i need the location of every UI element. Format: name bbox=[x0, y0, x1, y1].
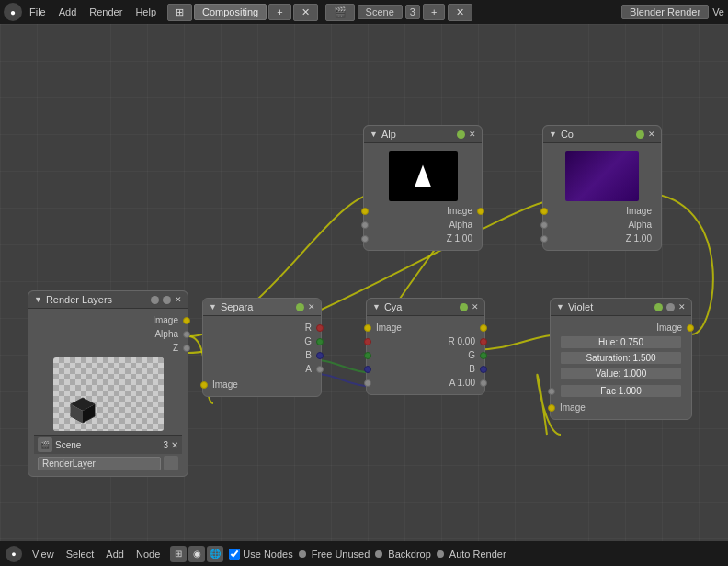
violet-fac-socket[interactable] bbox=[548, 388, 555, 395]
sep-header: ▼ Separa ✕ bbox=[203, 299, 321, 316]
sep-b-socket[interactable] bbox=[316, 352, 324, 359]
cyan-close[interactable]: ✕ bbox=[472, 302, 479, 311]
scene-name[interactable]: Scene bbox=[358, 5, 403, 19]
rl-layer-icon[interactable] bbox=[164, 456, 178, 470]
sep-a-socket[interactable] bbox=[316, 366, 324, 373]
cyan-g-socket[interactable] bbox=[480, 352, 487, 359]
violet-hue-field[interactable]: Hue: 0.750 bbox=[560, 335, 682, 349]
view-icon-2[interactable]: ◉ bbox=[188, 546, 205, 562]
violet-fac-field[interactable]: Fac 1.000 bbox=[560, 384, 682, 398]
cyan-r-row: R 0.00 bbox=[372, 335, 479, 347]
alp-img-socket-in[interactable] bbox=[361, 208, 369, 215]
app-icon[interactable]: ● bbox=[4, 3, 22, 21]
view-icon-1[interactable]: ⊞ bbox=[170, 546, 187, 562]
alp-preview bbox=[389, 151, 458, 201]
violet-close[interactable]: ✕ bbox=[678, 302, 686, 311]
view-icon-3[interactable]: 🌐 bbox=[207, 546, 223, 562]
auto-render-text[interactable]: Auto Render bbox=[449, 549, 506, 560]
rl-z-socket[interactable] bbox=[183, 345, 190, 352]
sep-a-label: A bbox=[301, 363, 315, 375]
sep-close[interactable]: ✕ bbox=[308, 302, 315, 311]
co-close[interactable]: ✕ bbox=[648, 130, 655, 139]
workspace-name[interactable]: Compositing bbox=[194, 4, 267, 20]
alp-img-row: Image bbox=[370, 205, 476, 217]
sep-img-label: Image bbox=[209, 379, 242, 391]
cyan-a-socket[interactable] bbox=[480, 379, 487, 387]
co-alpha-row: Alpha bbox=[549, 219, 655, 231]
sep-r-socket[interactable] bbox=[316, 324, 324, 332]
rl-layer-select[interactable]: RenderLayer bbox=[38, 457, 161, 470]
rl-scene-num: 3 bbox=[163, 440, 168, 450]
bottom-menu-select[interactable]: Select bbox=[62, 547, 99, 561]
menu-help[interactable]: Help bbox=[130, 5, 162, 19]
alp-arrow: ▼ bbox=[370, 130, 378, 139]
bottom-app-icon[interactable]: ● bbox=[6, 546, 22, 562]
cyan-a-socket-in[interactable] bbox=[364, 379, 371, 387]
alp-alpha-socket-in[interactable] bbox=[361, 221, 369, 229]
rl-close[interactable]: ✕ bbox=[175, 295, 182, 304]
alp-z-socket-in[interactable] bbox=[361, 235, 369, 243]
violet-img-in-socket[interactable] bbox=[548, 404, 555, 412]
cyan-r-socket-in[interactable] bbox=[364, 338, 371, 345]
backdrop-text[interactable]: Backdrop bbox=[388, 549, 430, 560]
bottom-menu-add[interactable]: Add bbox=[101, 547, 129, 561]
rl-alpha-socket[interactable] bbox=[183, 331, 190, 338]
violet-dot2 bbox=[666, 303, 675, 311]
co-z-socket[interactable] bbox=[540, 235, 548, 243]
sep-img-row: Image bbox=[209, 379, 315, 391]
cyan-b-socket[interactable] bbox=[480, 366, 487, 373]
cyan-b-label: B bbox=[465, 363, 479, 375]
bottom-bar: ● View Select Add Node ⊞ ◉ 🌐 Use Nodes F… bbox=[0, 541, 728, 566]
cyan-img-out[interactable] bbox=[480, 324, 487, 332]
scene-close[interactable]: ✕ bbox=[448, 4, 472, 21]
rl-scene-x[interactable]: ✕ bbox=[171, 440, 178, 450]
bottom-menu-node[interactable]: Node bbox=[131, 547, 165, 561]
workspace-add[interactable]: + bbox=[268, 4, 290, 20]
use-nodes-label[interactable]: Use Nodes bbox=[229, 549, 292, 560]
alp-body: Image Alpha Z 1.00 bbox=[364, 143, 482, 250]
menu-add[interactable]: Add bbox=[53, 5, 83, 19]
workspace-icon[interactable]: ⊞ bbox=[167, 4, 192, 21]
cyan-img-socket[interactable] bbox=[364, 324, 371, 332]
cyan-g-socket-in[interactable] bbox=[364, 352, 371, 359]
alp-shape bbox=[409, 163, 437, 190]
workspace-close[interactable]: ✕ bbox=[293, 4, 318, 21]
violet-img-out-socket[interactable] bbox=[687, 324, 694, 332]
alp-close[interactable]: ✕ bbox=[469, 130, 476, 139]
cyan-header: ▼ Cya ✕ bbox=[367, 299, 484, 316]
sep-g-row: G bbox=[209, 335, 315, 347]
scene-num[interactable]: 3 bbox=[405, 5, 420, 19]
sep-img-socket[interactable] bbox=[200, 381, 208, 389]
co-alpha-socket[interactable] bbox=[540, 221, 548, 229]
sep-g-socket[interactable] bbox=[316, 338, 324, 345]
co-alpha-label: Alpha bbox=[624, 219, 655, 231]
cyan-title: Cya bbox=[384, 301, 456, 312]
co-img-socket[interactable] bbox=[540, 208, 548, 215]
menu-file[interactable]: File bbox=[24, 5, 51, 19]
cyan-a-row: A 1.00 bbox=[372, 377, 479, 389]
violet-val-field[interactable]: Value: 1.000 bbox=[560, 367, 682, 380]
co-preview bbox=[565, 151, 639, 201]
sep-a-row: A bbox=[209, 363, 315, 375]
rl-z-row: Z bbox=[34, 342, 182, 354]
co-title: Co bbox=[561, 129, 632, 140]
alp-header: ▼ Alp ✕ bbox=[364, 126, 482, 143]
cyan-img-label: Image bbox=[372, 322, 405, 334]
cyan-r-socket[interactable] bbox=[480, 338, 487, 345]
scene-add[interactable]: + bbox=[423, 4, 445, 20]
cyan-b-socket-in[interactable] bbox=[364, 366, 371, 373]
menu-render[interactable]: Render bbox=[84, 5, 128, 19]
rl-cube bbox=[67, 394, 95, 422]
violet-arrow: ▼ bbox=[556, 302, 564, 311]
rl-image-socket[interactable] bbox=[183, 317, 190, 324]
bottom-menu-view[interactable]: View bbox=[28, 547, 59, 561]
co-arrow: ▼ bbox=[549, 130, 557, 139]
render-engine[interactable]: Blender Render bbox=[621, 5, 709, 19]
free-unused-text[interactable]: Free Unused bbox=[312, 549, 370, 560]
alp-img-socket-out[interactable] bbox=[477, 208, 484, 215]
cyan-b-row: B bbox=[372, 363, 479, 375]
violet-sat-field[interactable]: Saturation: 1.500 bbox=[560, 351, 682, 365]
co-header: ▼ Co ✕ bbox=[543, 126, 661, 143]
rl-scene-name: Scene bbox=[55, 440, 160, 450]
use-nodes-checkbox[interactable] bbox=[229, 549, 240, 560]
